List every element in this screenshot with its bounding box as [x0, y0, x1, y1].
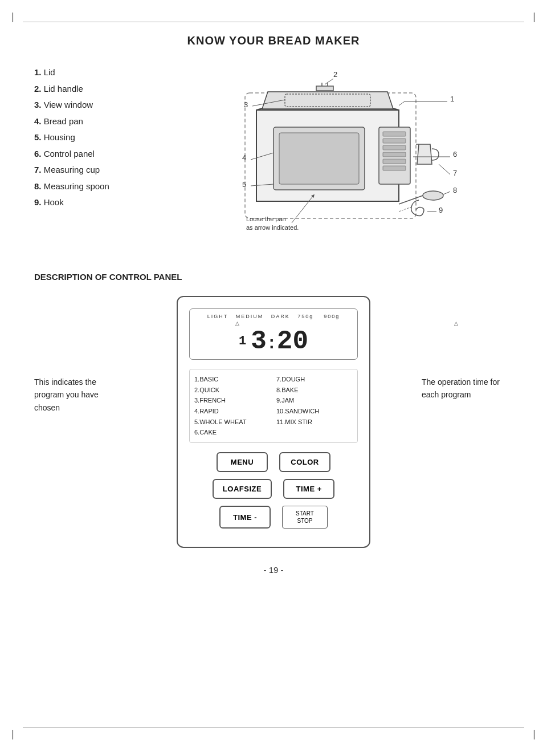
svg-text:2: 2: [333, 70, 337, 79]
svg-text:3: 3: [244, 100, 248, 109]
part-item-8: 8. Measuring spoon: [34, 178, 160, 195]
part-item-1: 1. Lid: [34, 64, 160, 81]
menu-button[interactable]: MENU: [217, 452, 268, 472]
button-row-3: TIME - START STOP: [189, 506, 358, 529]
svg-line-12: [399, 207, 411, 212]
corner-mark-tl: |: [11, 11, 14, 22]
parts-list: 1. Lid 2. Lid handle 3. View window 4. B…: [34, 64, 160, 249]
corner-mark-bl: |: [11, 729, 14, 739]
loafsize-button[interactable]: LOAFSIZE: [213, 479, 272, 499]
display-arrows: △ △: [195, 320, 352, 326]
page-title: KNOW YOUR BREAD MAKER: [34, 34, 513, 47]
part-item-9: 9. Hook: [34, 194, 160, 211]
svg-text:6: 6: [453, 150, 457, 158]
svg-text:4: 4: [242, 153, 246, 162]
rule-top: [23, 22, 524, 22]
part-item-7: 7. Measuring cup: [34, 162, 160, 178]
description-title: DESCRIPTION OF CONTROL PANEL: [34, 272, 513, 282]
svg-rect-6: [383, 139, 406, 143]
svg-line-27: [439, 164, 450, 174]
display-time: 1 3:20: [195, 328, 352, 355]
bread-maker-diagram: 1 2 3 4 5 6 7: [171, 64, 513, 249]
program-list-area: 1.BASIC 2.QUICK 3.FRENCH 4.RAPID 5.WHOLE…: [189, 369, 358, 443]
svg-text:7: 7: [453, 169, 457, 177]
button-row-2: LOAFSIZE TIME +: [189, 479, 358, 499]
start-label: START: [289, 510, 320, 517]
svg-rect-7: [383, 145, 406, 150]
svg-rect-10: [383, 166, 406, 170]
svg-line-15: [399, 101, 405, 105]
start-stop-button[interactable]: START STOP: [282, 506, 328, 529]
program-col-right: 7.DOUGH 8.BAKE 9.JAM 10.SANDWICH 11.MIX …: [276, 374, 353, 438]
program-11: 11.MIX STIR: [276, 417, 353, 428]
program-8: 8.BAKE: [276, 385, 353, 396]
part-item-6: 6. Control panel: [34, 146, 160, 162]
svg-text:1: 1: [450, 95, 454, 103]
program-1: 1.BASIC: [194, 374, 271, 385]
display-indicators: LIGHT MEDIUM DARK 750g 900g: [195, 314, 352, 319]
svg-point-11: [423, 191, 443, 200]
program-col-left: 1.BASIC 2.QUICK 3.FRENCH 4.RAPID 5.WHOLE…: [194, 374, 271, 438]
part-item-3: 3. View window: [34, 97, 160, 113]
svg-rect-9: [383, 159, 406, 164]
svg-rect-3: [279, 133, 359, 184]
program-9: 9.JAM: [276, 395, 353, 406]
svg-line-29: [443, 192, 450, 194]
time-display: 3:20: [251, 328, 308, 355]
color-button[interactable]: COLOR: [279, 452, 330, 472]
page-number: - 19 -: [34, 565, 513, 575]
time-plus-button[interactable]: TIME +: [283, 479, 334, 499]
program-10: 10.SANDWICH: [276, 406, 353, 417]
left-annotation: This indicates the program you have chos…: [34, 296, 125, 414]
part-item-4: 4. Bread pan: [34, 113, 160, 130]
svg-rect-8: [383, 152, 406, 157]
svg-text:as arrow indicated.: as arrow indicated.: [246, 224, 299, 231]
rule-bottom: [23, 727, 524, 727]
right-annotation: The operation time for each program: [422, 296, 513, 401]
program-4: 4.RAPID: [194, 406, 271, 417]
top-section: 1. Lid 2. Lid handle 3. View window 4. B…: [34, 64, 513, 249]
svg-text:9: 9: [439, 206, 443, 214]
program-6: 6.CAKE: [194, 427, 271, 438]
svg-text:5: 5: [242, 180, 246, 189]
bread-maker-illustration: 1 2 3 4 5 6 7: [171, 64, 513, 247]
svg-text:8: 8: [453, 186, 457, 194]
description-section: DESCRIPTION OF CONTROL PANEL This indica…: [34, 272, 513, 548]
part-item-2: 2. Lid handle: [34, 81, 160, 97]
program-number: 1: [239, 335, 246, 348]
time-minus-button[interactable]: TIME -: [219, 506, 271, 529]
control-panel-box: LIGHT MEDIUM DARK 750g 900g △ △ 1 3:20 1…: [177, 296, 370, 548]
display-area: LIGHT MEDIUM DARK 750g 900g △ △ 1 3:20: [189, 308, 358, 360]
svg-rect-5: [383, 132, 406, 136]
program-3: 3.FRENCH: [194, 395, 271, 406]
svg-line-17: [325, 79, 333, 84]
corner-mark-tr: |: [533, 11, 536, 22]
button-row-1: MENU COLOR: [189, 452, 358, 472]
corner-mark-br: |: [533, 729, 536, 739]
program-2: 2.QUICK: [194, 385, 271, 396]
control-panel-area: This indicates the program you have chos…: [34, 296, 513, 548]
part-item-5: 5. Housing: [34, 129, 160, 146]
stop-label: STOP: [289, 517, 320, 525]
program-5: 5.WHOLE WHEAT: [194, 417, 271, 428]
program-7: 7.DOUGH: [276, 374, 353, 385]
svg-text:Loose the pan: Loose the pan: [246, 216, 286, 222]
